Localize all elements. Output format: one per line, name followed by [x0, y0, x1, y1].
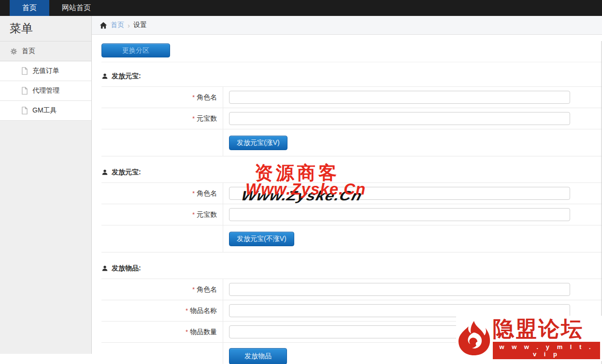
breadcrumb-separator: ›	[128, 21, 130, 29]
grant-yuanbao-no-v-button[interactable]: 发放元宝(不涨V)	[229, 232, 294, 246]
user-icon	[101, 73, 108, 80]
section-title-text: 发放元宝:	[112, 168, 141, 177]
breadcrumb-home-link[interactable]: 首页	[111, 21, 124, 29]
required-marker: *	[192, 286, 195, 293]
field-label-text: 角色名	[197, 93, 217, 102]
sidebar-item-label: 代理管理	[32, 86, 59, 95]
section-title: 发放元宝:	[101, 168, 602, 177]
content: 更换分区 发放元宝:	[92, 35, 602, 364]
field-label-text: 物品数量	[190, 328, 217, 336]
field-label: * 元宝数	[101, 204, 223, 225]
sidebar-item-recharge-orders[interactable]: 充值订单	[0, 61, 91, 81]
field-label-text: 元宝数	[197, 210, 217, 219]
form-row-submit: 发放元宝(涨V)	[101, 129, 602, 156]
file-icon	[21, 67, 28, 75]
rolename-input[interactable]	[229, 91, 570, 104]
form-table: * 角色名 * 元宝数	[101, 86, 602, 156]
yuanbao-count-input[interactable]	[229, 208, 570, 221]
breadcrumb-current: 设置	[133, 21, 147, 29]
grant-items-button[interactable]: 发放物品	[229, 348, 287, 364]
main-panel: 首页 › 设置 更换分区 发放元宝:	[92, 16, 602, 354]
user-icon	[101, 169, 108, 176]
rolename-input[interactable]	[229, 283, 570, 296]
file-icon	[21, 87, 28, 95]
form-row-submit: 发放元宝(不涨V)	[101, 225, 602, 252]
sidebar-item-agent-management[interactable]: 代理管理	[0, 81, 91, 101]
field-label: * 角色名	[101, 87, 223, 108]
sidebar-menu: 充值订单 代理管理	[0, 61, 91, 121]
rolename-input[interactable]	[229, 187, 570, 200]
empty-label-cell	[101, 225, 223, 252]
form-row-rolename: * 角色名	[101, 87, 602, 108]
sidebar-item-label: GM工具	[32, 106, 57, 115]
required-marker: *	[192, 94, 195, 101]
field-label: * 角色名	[101, 183, 223, 204]
form-row-rolename: * 角色名	[101, 183, 602, 204]
file-icon	[21, 107, 28, 114]
admin-page: 首页 网站首页 菜单 首页	[0, 0, 602, 364]
change-partition-button[interactable]: 更换分区	[101, 43, 170, 57]
grant-yuanbao-up-v-button[interactable]: 发放元宝(涨V)	[229, 136, 287, 150]
form-table: * 角色名 * 元宝数	[101, 182, 602, 252]
section-grant-yuanbao-2: 发放元宝: * 角色名	[101, 168, 602, 252]
sidebar: 菜单 首页	[0, 16, 92, 354]
section-title-text: 发放元宝:	[112, 72, 141, 81]
section-title: 发放元宝:	[101, 72, 602, 81]
yuanbao-count-input[interactable]	[229, 112, 570, 125]
field-label: * 物品名称	[101, 300, 223, 321]
breadcrumb: 首页 › 设置	[92, 16, 602, 35]
empty-label-cell	[101, 343, 223, 364]
watermark-corner-url: w w w . y m l t . v i p	[493, 342, 600, 359]
required-marker: *	[186, 328, 188, 336]
flame-icon	[458, 320, 490, 357]
form-row-rolename: * 角色名	[101, 279, 602, 300]
form-row-yuanbao-count: * 元宝数	[101, 108, 602, 129]
sidebar-item-label: 充值订单	[32, 67, 59, 75]
field-label-text: 角色名	[197, 189, 217, 198]
required-marker: *	[192, 190, 195, 197]
field-label-text: 物品名称	[190, 307, 217, 315]
required-marker: *	[186, 307, 188, 314]
section-title-text: 发放物品:	[112, 264, 141, 273]
top-navbar: 首页 网站首页	[0, 0, 602, 16]
watermark-corner-title: 隐盟论坛	[493, 318, 600, 341]
section-title: 发放物品:	[101, 264, 602, 273]
watermark-corner: 隐盟论坛 w w w . y m l t . v i p	[456, 316, 602, 361]
toolbar-divider	[101, 62, 602, 62]
nav-tab-home[interactable]: 首页	[10, 0, 49, 16]
item-name-input[interactable]	[229, 304, 570, 317]
field-label-text: 元宝数	[197, 114, 217, 123]
section-grant-yuanbao-1: 发放元宝: * 角色名	[101, 72, 602, 156]
required-marker: *	[192, 115, 195, 122]
sidebar-item-label: 首页	[22, 47, 35, 56]
gear-icon	[10, 48, 17, 55]
user-icon	[101, 265, 108, 272]
home-icon	[100, 22, 107, 29]
field-label: * 元宝数	[101, 108, 223, 129]
field-label: * 角色名	[101, 279, 223, 300]
sidebar-item-home[interactable]: 首页	[0, 42, 91, 61]
layout: 菜单 首页	[0, 16, 602, 354]
sidebar-title: 菜单	[0, 16, 91, 42]
nav-tab-site-home[interactable]: 网站首页	[49, 0, 103, 16]
field-label: * 物品数量	[101, 322, 223, 342]
sidebar-item-gm-tools[interactable]: GM工具	[0, 101, 91, 121]
field-label-text: 角色名	[197, 285, 217, 294]
required-marker: *	[192, 211, 195, 218]
empty-label-cell	[101, 129, 223, 156]
form-row-yuanbao-count: * 元宝数	[101, 204, 602, 225]
